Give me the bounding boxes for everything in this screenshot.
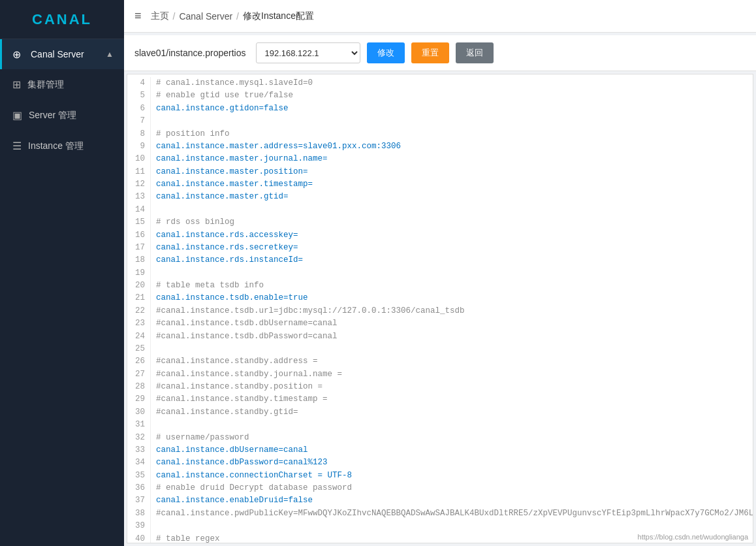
line-content: #canal.instance.standby.journal.name = bbox=[156, 368, 753, 381]
line-number: 25 bbox=[127, 343, 151, 355]
table-row: 23#canal.instance.tsdb.dbUsername=canal bbox=[127, 317, 753, 330]
line-content: canal.instance.master.timestamp= bbox=[156, 178, 753, 191]
line-number: 9 bbox=[127, 140, 151, 153]
ip-select[interactable]: 192.168.122.1 bbox=[256, 42, 360, 63]
line-number: 28 bbox=[127, 381, 151, 393]
line-number: 14 bbox=[127, 204, 151, 216]
file-path: slave01/instance.propertios bbox=[134, 48, 245, 58]
line-number: 37 bbox=[127, 494, 151, 507]
line-content: canal.instance.master.position= bbox=[156, 166, 753, 178]
footer-url: https://blog.csdn.net/wudonglianga bbox=[638, 533, 748, 541]
back-button[interactable]: 返回 bbox=[456, 42, 494, 63]
table-row: 22#canal.instance.tsdb.url=jdbc:mysql://… bbox=[127, 305, 753, 317]
table-row: 20# table meta tsdb info bbox=[127, 280, 753, 292]
toolbar: slave01/instance.propertios 192.168.122.… bbox=[124, 35, 756, 71]
table-row: 25 bbox=[127, 343, 753, 355]
line-number: 24 bbox=[127, 330, 151, 343]
line-content: # rds oss binlog bbox=[156, 216, 753, 229]
line-content: canal.instance.rds.secretkey= bbox=[156, 242, 753, 254]
line-content: # enable druid Decrypt database password bbox=[156, 482, 753, 494]
modify-button[interactable]: 修改 bbox=[367, 42, 405, 63]
line-content: canal.instance.gtidon=false bbox=[156, 103, 753, 115]
table-row: 34canal.instance.dbPassword=canal%123 bbox=[127, 457, 753, 469]
sidebar-instance-label: Instance 管理 bbox=[28, 140, 84, 152]
line-number: 34 bbox=[127, 457, 151, 469]
line-content: canal.instance.rds.instanceId= bbox=[156, 254, 753, 266]
breadcrumb-canal-server[interactable]: Canal Server bbox=[179, 11, 232, 22]
table-row: 24#canal.instance.tsdb.dbPassword=canal bbox=[127, 330, 753, 343]
table-row: 16canal.instance.rds.accesskey= bbox=[127, 229, 753, 242]
line-number: 38 bbox=[127, 507, 151, 520]
server-manage-icon: ▣ bbox=[12, 109, 22, 121]
line-number: 30 bbox=[127, 406, 151, 419]
line-number: 8 bbox=[127, 128, 151, 140]
line-content: # position info bbox=[156, 128, 753, 140]
line-content: canal.instance.dbUsername=canal bbox=[156, 444, 753, 457]
line-number: 16 bbox=[127, 229, 151, 242]
line-number: 35 bbox=[127, 470, 151, 482]
line-content: canal.instance.master.gtid= bbox=[156, 191, 753, 203]
line-number: 17 bbox=[127, 242, 151, 254]
table-row: 33canal.instance.dbUsername=canal bbox=[127, 444, 753, 457]
line-number: 5 bbox=[127, 89, 151, 102]
table-row: 10canal.instance.master.journal.name= bbox=[127, 153, 753, 165]
table-row: 38#canal.instance.pwdPublicKey=MFwwDQYJK… bbox=[127, 507, 753, 520]
table-row: 39 bbox=[127, 520, 753, 532]
line-number: 39 bbox=[127, 520, 151, 532]
reset-button[interactable]: 重置 bbox=[411, 42, 449, 63]
table-row: 29#canal.instance.standby.timestamp = bbox=[127, 393, 753, 406]
line-number: 21 bbox=[127, 292, 151, 304]
line-content: canal.instance.enableDruid=false bbox=[156, 494, 753, 507]
line-content: # enable gtid use true/false bbox=[156, 89, 753, 102]
line-number: 33 bbox=[127, 444, 151, 457]
line-number: 13 bbox=[127, 191, 151, 203]
line-content: canal.instance.master.address=slave01.px… bbox=[156, 140, 753, 153]
logo-text: CANAL bbox=[32, 11, 92, 28]
line-number: 18 bbox=[127, 254, 151, 266]
code-editor[interactable]: 4# canal.instance.mysql.slaveId=05# enab… bbox=[127, 74, 753, 543]
sidebar-item-cluster[interactable]: ⊞ 集群管理 bbox=[0, 69, 124, 100]
line-number: 10 bbox=[127, 153, 151, 165]
header: ≡ 主页 / Canal Server / 修改Instance配置 bbox=[124, 0, 756, 33]
table-row: 32# username/password bbox=[127, 432, 753, 444]
line-number: 40 bbox=[127, 533, 151, 544]
sidebar-item-instance[interactable]: ☰ Instance 管理 bbox=[0, 131, 124, 161]
chevron-up-icon: ▲ bbox=[106, 50, 114, 59]
table-row: 28#canal.instance.standby.position = bbox=[127, 381, 753, 393]
sidebar-server-label: Server 管理 bbox=[29, 110, 76, 121]
menu-icon[interactable]: ≡ bbox=[134, 9, 142, 23]
line-content: canal.instance.rds.accesskey= bbox=[156, 229, 753, 242]
table-row: 21canal.instance.tsdb.enable=true bbox=[127, 292, 753, 304]
table-row: 5# enable gtid use true/false bbox=[127, 89, 753, 102]
line-content: canal.instance.connectionCharset = UTF-8 bbox=[156, 470, 753, 482]
sidebar-main-label: Canal Server bbox=[31, 49, 84, 59]
table-row: 18canal.instance.rds.instanceId= bbox=[127, 254, 753, 266]
line-number: 36 bbox=[127, 482, 151, 494]
line-number: 31 bbox=[127, 419, 151, 431]
line-number: 12 bbox=[127, 178, 151, 191]
main-content: ≡ 主页 / Canal Server / 修改Instance配置 slave… bbox=[124, 0, 756, 546]
line-content: # table meta tsdb info bbox=[156, 280, 753, 292]
code-content: 4# canal.instance.mysql.slaveId=05# enab… bbox=[127, 74, 753, 543]
breadcrumb-current: 修改Instance配置 bbox=[243, 10, 314, 22]
line-content: #canal.instance.tsdb.dbUsername=canal bbox=[156, 317, 753, 330]
line-number: 20 bbox=[127, 280, 151, 292]
table-row: 13canal.instance.master.gtid= bbox=[127, 191, 753, 203]
table-row: 12canal.instance.master.timestamp= bbox=[127, 178, 753, 191]
line-content: #canal.instance.pwdPublicKey=MFwwDQYJKoZ… bbox=[156, 507, 753, 520]
line-content: #canal.instance.tsdb.dbPassword=canal bbox=[156, 330, 753, 343]
table-row: 30#canal.instance.standby.gtid= bbox=[127, 406, 753, 419]
line-content: #canal.instance.standby.timestamp = bbox=[156, 393, 753, 406]
table-row: 26#canal.instance.standby.address = bbox=[127, 355, 753, 368]
sidebar-item-server[interactable]: ▣ Server 管理 bbox=[0, 100, 124, 131]
instance-icon: ☰ bbox=[12, 140, 22, 152]
breadcrumb-home[interactable]: 主页 bbox=[151, 10, 169, 22]
breadcrumb: 主页 / Canal Server / 修改Instance配置 bbox=[151, 10, 314, 22]
line-content: # canal.instance.mysql.slaveId=0 bbox=[156, 77, 753, 89]
sidebar-cluster-label: 集群管理 bbox=[27, 79, 64, 91]
line-number: 32 bbox=[127, 432, 151, 444]
sidebar-canal-server[interactable]: ⊕ Canal Server ▲ bbox=[0, 39, 124, 69]
line-content: # username/password bbox=[156, 432, 753, 444]
line-content: canal.instance.tsdb.enable=true bbox=[156, 292, 753, 304]
table-row: 17canal.instance.rds.secretkey= bbox=[127, 242, 753, 254]
